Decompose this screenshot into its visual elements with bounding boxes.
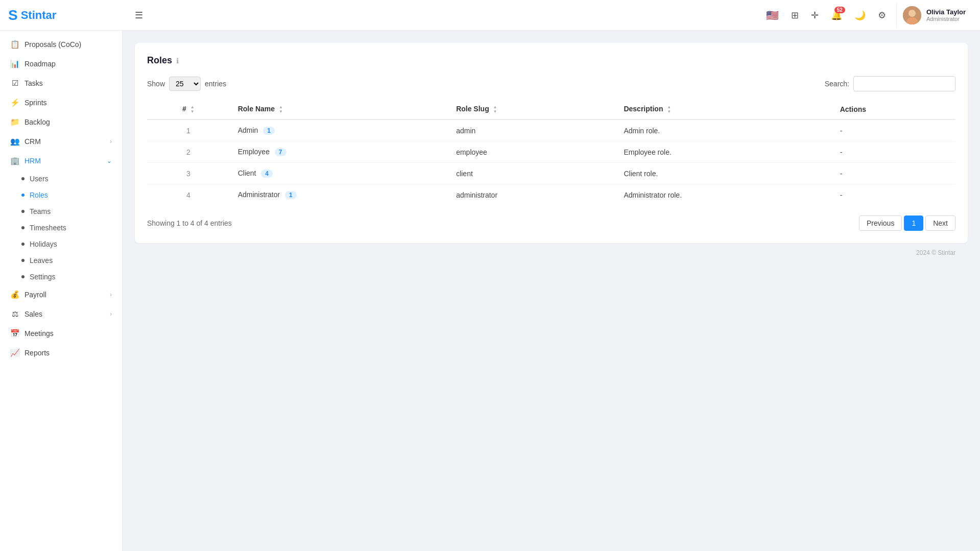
sidebar-item-roadmap[interactable]: 📊 Roadmap (0, 54, 122, 74)
settings-dot (21, 275, 25, 278)
cell-role-name: Admin 1 (230, 119, 448, 141)
sidebar-item-backlog[interactable]: 📁 Backlog (0, 112, 122, 132)
search-input[interactable] (853, 76, 955, 91)
app-body: 📋 Proposals (CoCo) 📊 Roadmap ☑ Tasks ⚡ S… (0, 31, 980, 551)
user-area[interactable]: Olivia Taylor Administrator (896, 3, 972, 28)
show-entries: Show 25 10 50 100 entries (147, 77, 226, 91)
avatar-image (903, 6, 921, 25)
meetings-icon: 📅 (10, 329, 19, 338)
avatar (903, 6, 921, 25)
dark-mode-button[interactable]: 🌙 (850, 6, 870, 25)
timesheets-dot (21, 226, 25, 229)
table-row: 2 Employee 7 employee Employee role. - (147, 141, 955, 163)
sidebar-item-sales[interactable]: ⚖ Sales › (0, 304, 122, 324)
header: S Stintar ☰ 🇺🇸 ⊞ ✛ 🔔 52 🌙 ⚙ (0, 0, 980, 31)
cell-num: 2 (147, 141, 230, 163)
sidebar-sub-settings[interactable]: Settings (0, 269, 122, 285)
sidebar-label-settings: Settings (30, 273, 56, 281)
users-dot (21, 177, 25, 180)
logo-icon: S (8, 7, 18, 23)
entries-label: entries (205, 80, 226, 88)
sidebar-label-sales: Sales (25, 310, 42, 318)
col-description[interactable]: Description ▲▼ (615, 100, 831, 119)
gear-icon: ⚙ (878, 10, 886, 20)
notification-button[interactable]: 🔔 52 (827, 6, 846, 25)
hamburger-button[interactable]: ☰ (131, 6, 147, 25)
footer-text: 2024 © Stintar (916, 249, 955, 256)
previous-button[interactable]: Previous (859, 215, 902, 231)
col-num[interactable]: # ▲▼ (147, 100, 230, 119)
sidebar-sub-holidays[interactable]: Holidays (0, 236, 122, 252)
sidebar-sub-roles[interactable]: Roles (0, 187, 122, 203)
leaves-dot (21, 259, 25, 262)
table-header-row: # ▲▼ Role Name ▲▼ Role Slug ▲▼ Descripti… (147, 100, 955, 119)
sidebar-item-crm[interactable]: 👥 CRM › (0, 132, 122, 151)
apps-button[interactable]: ⊞ (787, 6, 803, 25)
col-actions: Actions (832, 100, 955, 119)
page-title-row: Roles ℹ (147, 55, 955, 66)
cell-description: Administrator role. (615, 184, 831, 206)
moon-icon: 🌙 (854, 10, 866, 20)
sidebar-label-payroll: Payroll (25, 291, 46, 299)
showing-text: Showing 1 to 4 of 4 entries (147, 219, 232, 227)
crosshair-button[interactable]: ✛ (807, 6, 823, 25)
sort-icon-num: ▲▼ (190, 105, 195, 114)
role-badge: 1 (263, 127, 275, 135)
cell-actions: - (832, 184, 955, 206)
roadmap-icon: 📊 (10, 59, 19, 68)
col-role-name[interactable]: Role Name ▲▼ (230, 100, 448, 119)
sidebar-item-hrm[interactable]: 🏢 HRM ⌄ (0, 151, 122, 171)
roles-table: # ▲▼ Role Name ▲▼ Role Slug ▲▼ Descripti… (147, 100, 955, 205)
roles-dot (21, 194, 25, 197)
page-card: Roles ℹ Show 25 10 50 100 entries Search… (135, 43, 968, 243)
payroll-chevron-right: › (110, 291, 112, 298)
settings-button[interactable]: ⚙ (874, 6, 890, 25)
sidebar: 📋 Proposals (CoCo) 📊 Roadmap ☑ Tasks ⚡ S… (0, 31, 123, 551)
sidebar-item-payroll[interactable]: 💰 Payroll › (0, 285, 122, 304)
proposals-icon: 📋 (10, 40, 19, 49)
apps-icon: ⊞ (791, 10, 799, 20)
cell-actions: - (832, 141, 955, 163)
cell-role-name: Client 4 (230, 163, 448, 184)
user-info: Olivia Taylor Administrator (926, 8, 966, 22)
info-icon[interactable]: ℹ (176, 57, 179, 65)
col-role-slug[interactable]: Role Slug ▲▼ (448, 100, 615, 119)
user-role: Administrator (926, 16, 966, 22)
payroll-icon: 💰 (10, 290, 19, 299)
flag-button[interactable]: 🇺🇸 (762, 5, 783, 26)
sidebar-label-crm: CRM (25, 137, 41, 146)
next-button[interactable]: Next (925, 215, 955, 231)
table-header: # ▲▼ Role Name ▲▼ Role Slug ▲▼ Descripti… (147, 100, 955, 119)
sidebar-sub-timesheets[interactable]: Timesheets (0, 220, 122, 236)
sort-icon-role-name: ▲▼ (279, 105, 283, 114)
entries-select[interactable]: 25 10 50 100 (169, 77, 201, 91)
sidebar-label-holidays: Holidays (30, 240, 57, 248)
main-content: Roles ℹ Show 25 10 50 100 entries Search… (123, 31, 980, 551)
sidebar-item-reports[interactable]: 📈 Reports (0, 343, 122, 363)
crm-chevron-right: › (110, 138, 112, 145)
cell-role-slug: administrator (448, 184, 615, 206)
backlog-icon: 📁 (10, 117, 19, 127)
role-badge: 7 (275, 148, 286, 156)
cell-actions: - (832, 119, 955, 141)
logo-link[interactable]: S Stintar (8, 7, 56, 23)
sidebar-sub-leaves[interactable]: Leaves (0, 252, 122, 269)
sidebar-item-tasks[interactable]: ☑ Tasks (0, 74, 122, 93)
cell-num: 4 (147, 184, 230, 206)
sidebar-sub-users[interactable]: Users (0, 171, 122, 187)
sidebar-label-roles: Roles (30, 191, 48, 199)
sprints-icon: ⚡ (10, 98, 19, 107)
show-label: Show (147, 80, 165, 88)
sidebar-item-proposals[interactable]: 📋 Proposals (CoCo) (0, 35, 122, 54)
role-badge: 1 (285, 191, 297, 199)
sidebar-sub-teams[interactable]: Teams (0, 203, 122, 220)
page-1-button[interactable]: 1 (904, 215, 923, 231)
cell-num: 3 (147, 163, 230, 184)
sidebar-item-meetings[interactable]: 📅 Meetings (0, 324, 122, 343)
sidebar-item-sprints[interactable]: ⚡ Sprints (0, 93, 122, 112)
table-row: 3 Client 4 client Client role. - (147, 163, 955, 184)
header-right: 🇺🇸 ⊞ ✛ 🔔 52 🌙 ⚙ Oliv (762, 3, 972, 28)
sidebar-label-hrm: HRM (25, 157, 41, 165)
teams-dot (21, 210, 25, 213)
hrm-icon: 🏢 (10, 156, 19, 165)
